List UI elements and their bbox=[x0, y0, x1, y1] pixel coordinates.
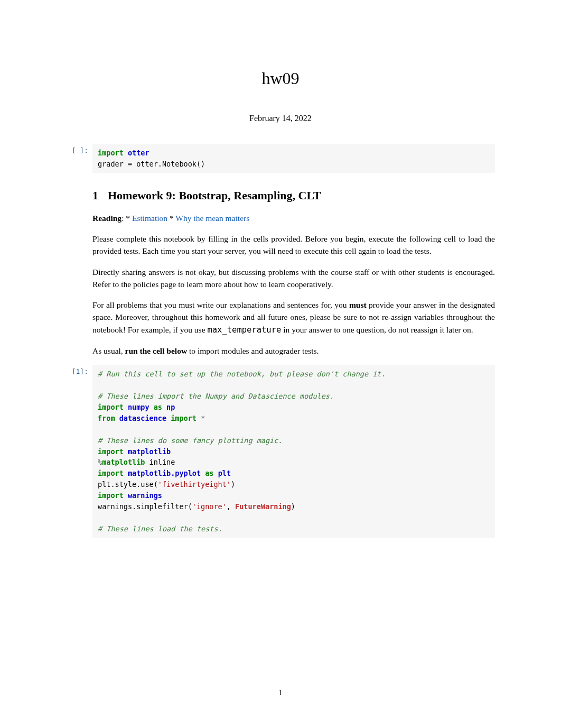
link-estimation[interactable]: Estimation bbox=[132, 214, 167, 223]
code-cell-1: [ ]: import otter grader = otter.Noteboo… bbox=[66, 144, 495, 173]
string: 'fivethirtyeight' bbox=[158, 480, 231, 489]
module: datascience bbox=[119, 414, 166, 422]
module-name: otter bbox=[128, 149, 149, 157]
code: warnings.simplefilter( bbox=[98, 502, 192, 511]
keyword: import bbox=[98, 491, 124, 500]
module: matplotlib.pyplot bbox=[128, 469, 201, 477]
paragraph: As usual, run the cell below to import m… bbox=[92, 345, 495, 357]
document-page: hw09 February 14, 2022 [ ]: import otter… bbox=[0, 0, 561, 728]
keyword: import bbox=[171, 414, 197, 422]
code: ) bbox=[291, 502, 295, 511]
section-heading: 1Homework 9: Bootstrap, Resampling, CLT bbox=[92, 189, 495, 202]
exception-name: FutureWarning bbox=[235, 502, 291, 511]
code: , bbox=[227, 502, 235, 511]
separator: : * bbox=[121, 214, 132, 223]
keyword: as bbox=[154, 403, 162, 411]
string: 'ignore' bbox=[192, 502, 227, 511]
keyword: import bbox=[98, 469, 124, 477]
paragraph: Please complete this notebook by filling… bbox=[92, 233, 495, 257]
input-prompt: [ ]: bbox=[66, 144, 92, 154]
link-mean-matters[interactable]: Why the mean matters bbox=[175, 214, 249, 223]
keyword: import bbox=[98, 447, 124, 456]
page-number: 1 bbox=[0, 688, 561, 697]
section-title: Homework 9: Bootstrap, Resampling, CLT bbox=[108, 189, 321, 202]
code: plt.style.use( bbox=[98, 480, 158, 489]
keyword-import: import bbox=[98, 149, 124, 157]
module: numpy bbox=[128, 403, 149, 411]
paragraph: For all problems that you must write our… bbox=[92, 299, 495, 336]
code-cell-2: [1]: # Run this cell to set up the noteb… bbox=[66, 365, 495, 538]
magic-percent: % bbox=[98, 458, 102, 466]
code-body: # Run this cell to set up the notebook, … bbox=[92, 365, 495, 538]
comment: # These lines import the Numpy and Datas… bbox=[98, 392, 334, 400]
bold-text: must bbox=[349, 300, 367, 309]
section-number: 1 bbox=[92, 189, 98, 202]
separator: * bbox=[167, 214, 175, 223]
bold-text: run the cell below bbox=[125, 346, 188, 355]
text: As usual, bbox=[92, 346, 125, 355]
magic: matplotlib bbox=[102, 458, 145, 466]
input-prompt: [1]: bbox=[66, 365, 92, 375]
comment: # These lines load the tests. bbox=[98, 524, 222, 533]
code-line: grader = otter.Notebook() bbox=[98, 160, 205, 168]
comment: # Run this cell to set up the notebook, … bbox=[98, 370, 386, 378]
code-body: import otter grader = otter.Notebook() bbox=[92, 144, 495, 173]
text: to import modules and autograder tests. bbox=[187, 346, 319, 355]
alias: plt bbox=[218, 469, 231, 477]
operator: * bbox=[201, 414, 205, 422]
text: For all problems that you must write our… bbox=[92, 300, 349, 309]
keyword: import bbox=[98, 403, 124, 411]
document-date: February 14, 2022 bbox=[66, 114, 495, 123]
reading-label: Reading bbox=[92, 214, 121, 223]
code: ) bbox=[231, 480, 235, 489]
inline-code: max_temperature bbox=[207, 325, 281, 335]
paragraph: Directly sharing answers is not okay, bu… bbox=[92, 266, 495, 291]
text: in your answer to one question, do not r… bbox=[281, 325, 473, 334]
keyword: as bbox=[205, 469, 213, 477]
comment: # These lines do some fancy plotting mag… bbox=[98, 436, 283, 445]
keyword: from bbox=[98, 414, 115, 422]
reading-line: Reading: * Estimation * Why the mean mat… bbox=[92, 212, 495, 224]
module: warnings bbox=[128, 491, 162, 500]
module: matplotlib bbox=[128, 447, 171, 456]
alias: np bbox=[166, 403, 175, 411]
text: inline bbox=[145, 458, 175, 466]
document-title: hw09 bbox=[66, 69, 495, 88]
